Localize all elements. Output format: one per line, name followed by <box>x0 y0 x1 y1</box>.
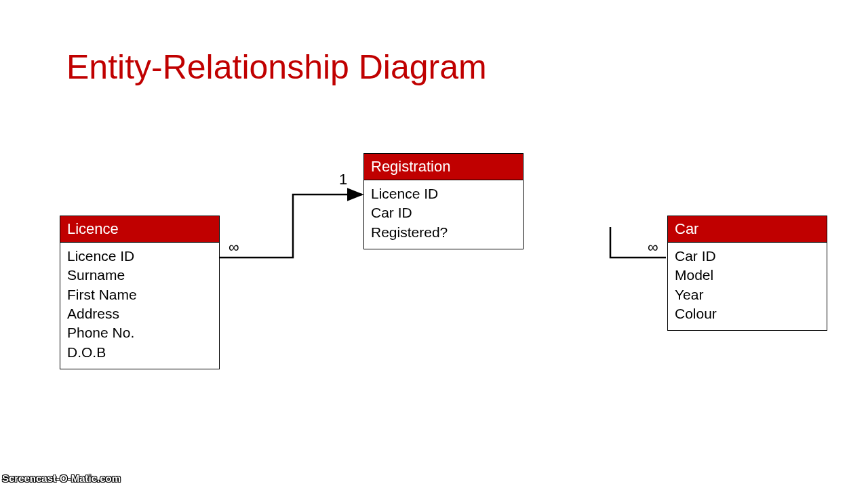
entity-registration: Registration Licence ID Car ID Registere… <box>363 153 524 249</box>
attr: Address <box>67 304 212 323</box>
attr: Car ID <box>675 247 820 266</box>
attr: First Name <box>67 285 212 304</box>
cardinality-infinity-licence: ∞ <box>229 239 239 256</box>
attr: Phone No. <box>67 323 212 342</box>
attr: D.O.B <box>67 343 212 362</box>
attr: Model <box>675 266 820 285</box>
entity-car-body: Car ID Model Year Colour <box>668 243 827 330</box>
entity-licence: Licence Licence ID Surname First Name Ad… <box>60 216 220 369</box>
attr: Licence ID <box>371 184 516 203</box>
attr: Surname <box>67 266 212 285</box>
attr: Licence ID <box>67 247 212 266</box>
attr: Car ID <box>371 203 516 222</box>
watermark: Screencast-O-Matic.com <box>2 472 121 484</box>
attr: Year <box>675 285 820 304</box>
diagram-title: Entity-Relationship Diagram <box>66 47 487 87</box>
entity-car: Car Car ID Model Year Colour <box>667 216 827 331</box>
cardinality-one-registration: 1 <box>339 171 347 188</box>
entity-licence-body: Licence ID Surname First Name Address Ph… <box>60 243 219 369</box>
cardinality-infinity-car: ∞ <box>648 239 658 256</box>
entity-car-header: Car <box>668 216 827 243</box>
entity-registration-body: Licence ID Car ID Registered? <box>364 180 523 249</box>
entity-licence-header: Licence <box>60 216 219 243</box>
entity-registration-header: Registration <box>364 154 523 180</box>
attr: Colour <box>675 304 820 323</box>
attr: Registered? <box>371 223 516 242</box>
